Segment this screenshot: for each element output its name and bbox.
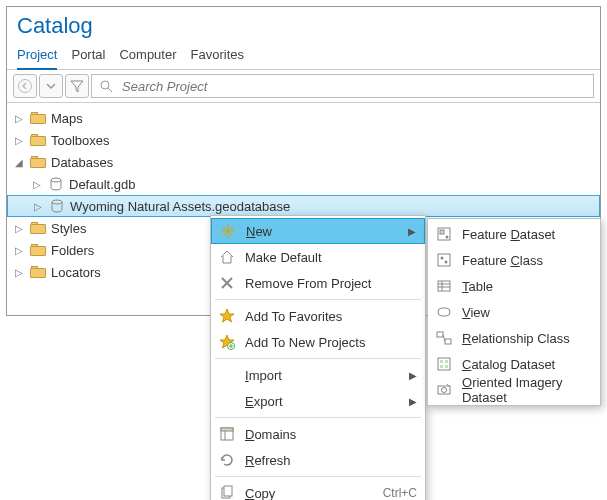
svg-rect-34 bbox=[440, 360, 443, 363]
caret-right-icon[interactable]: ▷ bbox=[31, 179, 43, 190]
table-icon bbox=[434, 276, 454, 296]
tree-item[interactable]: ▷Maps bbox=[7, 107, 600, 129]
menu-item-label: View bbox=[462, 305, 592, 320]
menu-item[interactable]: Oriented Imagery Dataset bbox=[428, 377, 600, 403]
menu-item-label: Refresh bbox=[245, 453, 417, 468]
svg-point-21 bbox=[446, 236, 449, 239]
tab-favorites[interactable]: Favorites bbox=[191, 43, 244, 69]
tab-portal[interactable]: Portal bbox=[71, 43, 105, 69]
back-button[interactable] bbox=[13, 74, 37, 98]
caret-right-icon[interactable]: ▷ bbox=[13, 267, 25, 278]
svg-rect-22 bbox=[438, 254, 450, 266]
filter-button[interactable] bbox=[65, 74, 89, 98]
menu-item[interactable]: Import▶ bbox=[211, 362, 425, 388]
tree-item-label: Toolboxes bbox=[51, 133, 110, 148]
home-icon bbox=[217, 247, 237, 267]
menu-item-label: New bbox=[246, 224, 400, 239]
menu-item[interactable]: Remove From Project bbox=[211, 270, 425, 296]
folder-icon bbox=[29, 154, 47, 170]
menu-item-label: Catalog Dataset bbox=[462, 357, 592, 372]
caret-right-icon[interactable]: ▷ bbox=[32, 201, 44, 212]
tree-item[interactable]: ▷Wyoming Natural Assets.geodatabase bbox=[7, 195, 600, 217]
menu-item[interactable]: Domains bbox=[211, 421, 425, 447]
menu-item-label: Export bbox=[245, 394, 401, 409]
tree-item-label: Default.gdb bbox=[69, 177, 136, 192]
remove-icon bbox=[217, 273, 237, 293]
feature-class-icon bbox=[434, 250, 454, 270]
view-icon bbox=[434, 302, 454, 322]
feature-dataset-icon bbox=[434, 224, 454, 244]
folder-icon bbox=[29, 242, 47, 258]
tree-item[interactable]: ▷Default.gdb bbox=[7, 173, 600, 195]
folder-icon bbox=[29, 264, 47, 280]
tree-item-label: Databases bbox=[51, 155, 113, 170]
menu-separator bbox=[215, 358, 421, 359]
svg-point-4 bbox=[52, 200, 62, 204]
svg-rect-33 bbox=[438, 358, 450, 370]
geodatabase-icon bbox=[47, 176, 65, 192]
menu-item[interactable]: New▶ bbox=[211, 218, 425, 244]
caret-down-icon[interactable]: ◢ bbox=[13, 157, 25, 168]
svg-point-39 bbox=[442, 388, 447, 393]
menu-item[interactable]: Catalog Dataset bbox=[428, 351, 600, 377]
svg-point-3 bbox=[51, 178, 61, 182]
filter-icon bbox=[69, 78, 85, 94]
menu-item[interactable]: Table bbox=[428, 273, 600, 299]
menu-item[interactable]: Refresh bbox=[211, 447, 425, 473]
menu-item-label: Domains bbox=[245, 427, 417, 442]
menu-item-label: Relationship Class bbox=[462, 331, 592, 346]
caret-right-icon[interactable]: ▷ bbox=[13, 113, 25, 124]
tree-item[interactable]: ▷Toolboxes bbox=[7, 129, 600, 151]
svg-point-23 bbox=[441, 257, 444, 260]
svg-line-32 bbox=[443, 335, 445, 342]
menu-item[interactable]: Export▶ bbox=[211, 388, 425, 414]
folder-icon bbox=[29, 132, 47, 148]
menu-item[interactable]: Add To New Projects bbox=[211, 329, 425, 355]
menu-item-label: Feature Dataset bbox=[462, 227, 592, 242]
svg-point-1 bbox=[101, 81, 109, 89]
menu-item[interactable]: Feature Dataset bbox=[428, 221, 600, 247]
svg-point-24 bbox=[445, 261, 448, 264]
tree-item-label: Maps bbox=[51, 111, 83, 126]
caret-right-icon[interactable]: ▷ bbox=[13, 135, 25, 146]
search-box[interactable] bbox=[91, 74, 594, 98]
menu-item[interactable]: Feature Class bbox=[428, 247, 600, 273]
menu-item[interactable]: Make Default bbox=[211, 244, 425, 270]
menu-item-label: Add To Favorites bbox=[245, 309, 417, 324]
tree-item[interactable]: ◢Databases bbox=[7, 151, 600, 173]
menu-item-shortcut: Ctrl+C bbox=[383, 486, 417, 500]
catalog-dataset-icon bbox=[434, 354, 454, 374]
tab-project[interactable]: Project bbox=[17, 43, 57, 70]
tree-item-label: Folders bbox=[51, 243, 94, 258]
toolbar bbox=[7, 70, 600, 103]
menu-item[interactable]: Add To Favorites bbox=[211, 303, 425, 329]
menu-item-label: Feature Class bbox=[462, 253, 592, 268]
menu-item-label: Add To New Projects bbox=[245, 335, 417, 350]
geodatabase-icon bbox=[48, 198, 66, 214]
menu-item[interactable]: CopyCtrl+C bbox=[211, 480, 425, 500]
star-icon bbox=[217, 306, 237, 326]
menu-item[interactable]: Relationship Class bbox=[428, 325, 600, 351]
svg-point-0 bbox=[19, 80, 32, 93]
svg-rect-35 bbox=[445, 360, 448, 363]
svg-rect-15 bbox=[221, 428, 233, 431]
blank-icon bbox=[217, 365, 237, 385]
chevron-down-icon bbox=[43, 78, 59, 94]
sparkle-icon bbox=[218, 221, 238, 241]
caret-right-icon[interactable]: ▷ bbox=[13, 223, 25, 234]
star-plus-icon bbox=[217, 332, 237, 352]
folder-icon bbox=[29, 110, 47, 126]
refresh-icon bbox=[217, 450, 237, 470]
menu-item-label: Import bbox=[245, 368, 401, 383]
svg-rect-18 bbox=[224, 486, 232, 496]
blank-icon bbox=[217, 391, 237, 411]
relationship-icon bbox=[434, 328, 454, 348]
menu-item[interactable]: View bbox=[428, 299, 600, 325]
search-input[interactable] bbox=[120, 78, 587, 95]
menu-item-label: Oriented Imagery Dataset bbox=[462, 375, 592, 405]
svg-rect-31 bbox=[445, 339, 451, 344]
svg-rect-25 bbox=[438, 281, 450, 291]
history-dropdown[interactable] bbox=[39, 74, 63, 98]
tab-computer[interactable]: Computer bbox=[119, 43, 176, 69]
caret-right-icon[interactable]: ▷ bbox=[13, 245, 25, 256]
